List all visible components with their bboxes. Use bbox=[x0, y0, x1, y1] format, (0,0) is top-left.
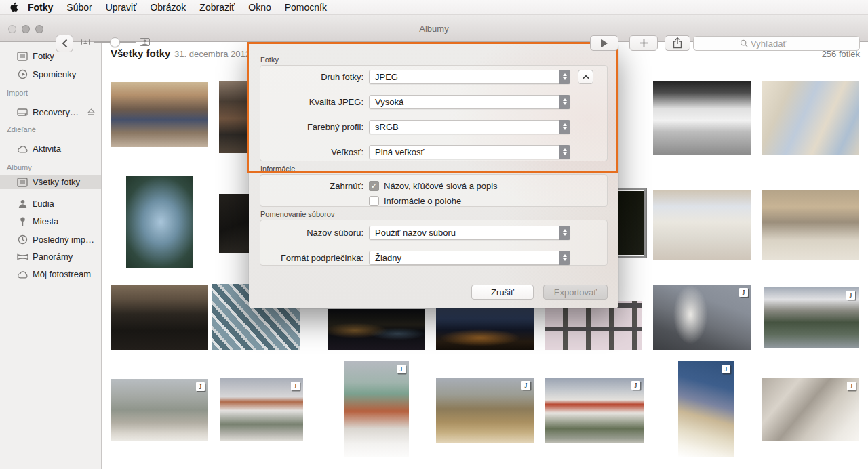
sidebar-item-recovery[interactable]: Recovery… bbox=[0, 105, 101, 119]
jpeg-badge: J bbox=[196, 382, 205, 391]
field-label: Kvalita JPEG: bbox=[260, 97, 363, 107]
checkbox-title-keywords[interactable]: ✓ bbox=[369, 181, 379, 191]
apple-menu-icon[interactable] bbox=[9, 2, 18, 12]
popup-value: Plná veľkosť bbox=[375, 147, 424, 157]
popup-value: Vysoká bbox=[375, 97, 403, 107]
date-label: 31. decembra 2012 bbox=[174, 49, 250, 59]
slideshow-button[interactable] bbox=[590, 35, 618, 51]
menu-item-help[interactable]: Pomocník bbox=[278, 2, 334, 13]
sidebar-item-spomienky[interactable]: Spomienky bbox=[0, 67, 101, 81]
stepper-icon bbox=[559, 70, 570, 84]
popup-value: Žiadny bbox=[375, 253, 401, 263]
menu-item-window[interactable]: Okno bbox=[241, 2, 277, 13]
sidebar-item-label: Posledný imp… bbox=[33, 234, 94, 245]
field-label: Veľkosť: bbox=[260, 147, 363, 157]
menu-item-image[interactable]: Obrázok bbox=[143, 2, 193, 13]
include-label: Zahrnúť: bbox=[260, 181, 363, 191]
photo-thumbnail-castle-white[interactable]: J bbox=[220, 378, 303, 441]
window-title: Albumy bbox=[0, 24, 868, 34]
info-panel: Zahrnúť: ✓ Názov, kľúčové slová a popis … bbox=[260, 174, 608, 207]
photo-kind-popup[interactable]: JPEG bbox=[369, 70, 570, 84]
slider-track[interactable] bbox=[94, 41, 136, 43]
memories-icon bbox=[16, 69, 28, 79]
back-button[interactable] bbox=[56, 35, 73, 52]
stepper-icon bbox=[559, 226, 570, 240]
cloud-icon bbox=[16, 270, 28, 279]
add-button[interactable] bbox=[629, 35, 658, 51]
photo-thumbnail-heron[interactable] bbox=[126, 176, 193, 268]
photo-thumbnail-vault-arches[interactable]: J bbox=[762, 378, 859, 441]
share-button[interactable] bbox=[665, 35, 690, 51]
photo-thumbnail-castle-haze[interactable]: J bbox=[111, 379, 208, 441]
person-icon bbox=[16, 199, 28, 209]
photo-thumbnail-street-group[interactable] bbox=[111, 82, 208, 147]
sidebar-section-import: Import bbox=[7, 89, 28, 97]
popup-value: JPEG bbox=[375, 72, 398, 82]
cloud-icon bbox=[16, 145, 28, 153]
sidebar-item-fotostream[interactable]: Môj fotostream bbox=[0, 267, 101, 281]
stepper-icon bbox=[559, 95, 570, 109]
disclosure-button[interactable] bbox=[578, 70, 593, 84]
sidebar-item-vsetky-fotky[interactable]: Všetky fotky bbox=[0, 175, 101, 189]
jpeg-badge: J bbox=[631, 381, 640, 390]
share-icon bbox=[673, 37, 682, 49]
photo-thumbnail-courtyard-infrared[interactable] bbox=[762, 81, 859, 155]
export-button[interactable]: Exportovať bbox=[543, 285, 608, 300]
jpeg-badge: J bbox=[521, 381, 530, 390]
sidebar-item-label: Spomienky bbox=[33, 69, 76, 79]
checkmark-icon: ✓ bbox=[371, 182, 377, 190]
dialog-section-naming: Pomenovanie súborov bbox=[260, 210, 334, 218]
sidebar-item-posledny-import[interactable]: Posledný imp… bbox=[0, 232, 101, 247]
menu-item-edit[interactable]: Upraviť bbox=[99, 2, 144, 13]
field-label: Druh fotky: bbox=[260, 72, 363, 82]
sidebar-item-label: Fotky bbox=[33, 51, 54, 61]
subfolder-format-popup[interactable]: Žiadny bbox=[369, 251, 570, 265]
photo-thumbnail-palace-infrared[interactable] bbox=[653, 81, 751, 155]
photo-thumbnail-castle-river[interactable]: J bbox=[764, 287, 859, 348]
sidebar-item-label: Všetky fotky bbox=[33, 177, 80, 187]
photo-thumbnail-winter-church[interactable] bbox=[762, 190, 859, 260]
sidebar-item-miesta[interactable]: Miesta bbox=[0, 214, 101, 228]
play-icon bbox=[601, 39, 608, 47]
photo-thumbnail-man-cafe[interactable] bbox=[111, 285, 208, 350]
search-field[interactable] bbox=[693, 36, 860, 51]
photo-thumbnail-church-spire[interactable]: J bbox=[344, 361, 409, 457]
menu-item-view[interactable]: Zobraziť bbox=[193, 2, 241, 13]
menu-item-app[interactable]: Fotky bbox=[24, 2, 60, 13]
jpeg-badge: J bbox=[397, 365, 406, 373]
photo-thumbnail-church-bridge[interactable]: J bbox=[653, 285, 751, 350]
slider-knob[interactable] bbox=[110, 37, 120, 47]
photo-thumbnail-winter-village[interactable] bbox=[653, 190, 751, 260]
file-name-popup[interactable]: Použiť názov súboru bbox=[369, 226, 570, 240]
sidebar-item-fotky[interactable]: Fotky bbox=[0, 49, 101, 63]
photo-thumbnail-castle-white-2[interactable]: J bbox=[545, 378, 644, 443]
chevron-left-icon bbox=[62, 39, 68, 48]
search-input[interactable] bbox=[751, 39, 832, 49]
photo-thumbnail-night-river[interactable] bbox=[328, 309, 425, 350]
checkbox-location-info[interactable] bbox=[369, 196, 379, 206]
menu-item-file[interactable]: Súbor bbox=[60, 2, 98, 13]
photo-thumbnail-gothic-tower[interactable]: J bbox=[678, 361, 734, 457]
photo-thumbnail-castle-grass[interactable]: J bbox=[436, 378, 534, 443]
sidebar-item-label: Môj fotostream bbox=[33, 269, 91, 279]
jpeg-badge: J bbox=[722, 365, 730, 373]
menu-bar: Fotky Súbor Upraviť Obrázok Zobraziť Okn… bbox=[0, 0, 868, 15]
chevron-up-icon bbox=[583, 75, 589, 79]
dialog-section-photos: Fotky bbox=[260, 56, 279, 64]
sidebar-item-aktivita[interactable]: Aktivita bbox=[0, 142, 101, 156]
sidebar-item-panoramy[interactable]: Panorámy bbox=[0, 249, 101, 264]
jpeg-badge: J bbox=[291, 382, 300, 390]
pin-icon bbox=[16, 217, 28, 226]
sidebar-item-label: Recovery… bbox=[33, 107, 79, 117]
cancel-button[interactable]: Zrušiť bbox=[471, 285, 534, 300]
large-photo-icon bbox=[140, 38, 150, 46]
jpeg-quality-popup[interactable]: Vysoká bbox=[369, 95, 570, 109]
sidebar-item-ludia[interactable]: Ľudia bbox=[0, 197, 101, 211]
photos-icon bbox=[16, 52, 28, 61]
size-popup[interactable]: Plná veľkosť bbox=[369, 145, 570, 159]
thumbnail-zoom-slider[interactable] bbox=[81, 38, 150, 46]
eject-icon[interactable] bbox=[87, 108, 95, 116]
photo-thumbnail-night-bridge[interactable] bbox=[436, 305, 534, 350]
color-profile-popup[interactable]: sRGB bbox=[369, 120, 570, 134]
popup-value: Použiť názov súboru bbox=[375, 228, 456, 238]
